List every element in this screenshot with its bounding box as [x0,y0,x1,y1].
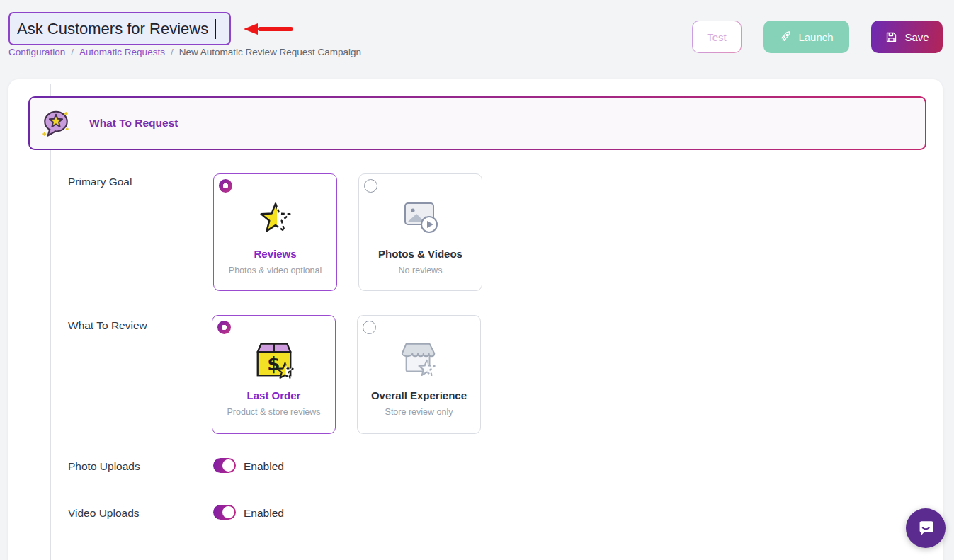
option-subtitle: Store review only [385,407,453,417]
arrow-shaft [258,27,293,31]
option-card-last-order[interactable]: $ Last Order Product & store reviews [212,315,336,434]
launch-button[interactable]: Launch [763,21,849,53]
breadcrumb-current-page: New Automatic Review Request Campaign [179,47,361,57]
breadcrumb-automatic-requests[interactable]: Automatic Requests [79,47,165,57]
radio-selected[interactable] [217,321,231,334]
option-title: Reviews [254,248,296,260]
photo-video-icon [398,193,443,242]
order-box-star-icon: $ [249,334,299,384]
storefront-star-icon [394,334,444,384]
floppy-disk-icon [885,30,898,44]
option-card-reviews[interactable]: Reviews Photos & video optional [213,173,337,291]
section-what-to-request: What To Request [28,96,926,150]
toggle-knob [222,459,234,472]
option-card-overall-experience[interactable]: Overall Experience Store review only [357,315,481,434]
breadcrumb-separator: / [71,47,74,57]
annotation-arrow [244,23,293,35]
launch-button-label: Launch [798,31,833,43]
radio-unselected[interactable] [363,321,376,334]
half-star-icon [253,193,298,242]
photo-uploads-toggle[interactable] [213,458,236,473]
campaign-settings-card: What To Request Primary Goal Reviews Pho… [8,79,943,560]
radio-unselected[interactable] [364,179,377,193]
option-title: Photos & Videos [378,248,462,260]
video-uploads-label: Video Uploads [68,507,140,520]
svg-text:$: $ [267,353,280,375]
radio-selected[interactable] [219,179,232,193]
chat-widget-button[interactable] [906,508,946,548]
option-card-photos-videos[interactable]: Photos & Videos No reviews [358,173,482,291]
chat-bubble-icon [915,518,936,539]
test-button[interactable]: Test [692,21,742,53]
breadcrumb: Configuration / Automatic Requests / New… [8,47,361,57]
breadcrumb-separator: / [171,47,174,57]
option-title: Overall Experience [371,389,467,401]
photo-uploads-label: Photo Uploads [68,460,140,473]
option-subtitle: Product & store reviews [227,407,321,417]
option-subtitle: No reviews [399,265,443,275]
video-uploads-state: Enabled [244,507,284,520]
breadcrumb-configuration[interactable]: Configuration [8,47,65,57]
star-speech-bubble-icon [41,108,71,139]
section-title: What To Request [89,117,178,130]
photo-uploads-state: Enabled [244,460,284,473]
campaign-title-input[interactable] [8,12,231,45]
text-cursor [215,19,216,39]
what-to-review-label: What To Review [68,319,147,332]
save-button[interactable]: Save [871,21,943,53]
save-button-label: Save [904,31,929,43]
timeline-connector-line [50,84,51,560]
video-uploads-toggle[interactable] [213,505,236,520]
option-title: Last Order [247,389,301,401]
arrow-head [244,23,258,35]
toggle-knob [222,506,234,518]
primary-goal-label: Primary Goal [68,176,132,188]
test-button-label: Test [707,31,727,43]
rocket-icon [779,30,792,43]
option-subtitle: Photos & video optional [229,265,322,275]
